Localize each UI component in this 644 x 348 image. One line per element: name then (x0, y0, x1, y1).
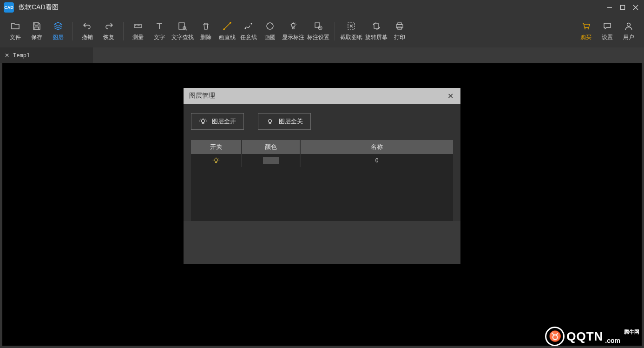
svg-point-28 (215, 159, 217, 161)
text-button[interactable]: 文字 (149, 17, 170, 45)
cart-icon (581, 21, 591, 31)
polyline-button[interactable]: 任意线 (238, 17, 259, 45)
toolbar-divider (123, 22, 124, 40)
bulb-on-icon (199, 117, 207, 126)
svg-line-8 (224, 23, 230, 29)
document-tab[interactable]: ✕ Temp1 (0, 47, 93, 63)
layers-button[interactable]: 图层 (47, 17, 69, 45)
annotation-settings-icon (314, 21, 323, 31)
svg-rect-4 (134, 25, 142, 27)
file-button[interactable]: 文件 (5, 17, 26, 45)
print-icon (395, 21, 404, 31)
all-off-label: 图层全关 (279, 117, 303, 126)
svg-line-7 (185, 29, 187, 30)
search-text-icon (178, 21, 187, 31)
svg-point-24 (588, 28, 589, 29)
dialog-titlebar[interactable]: 图层管理 ✕ (184, 88, 460, 104)
col-color-header: 颜色 (242, 140, 301, 154)
folder-icon (11, 21, 20, 31)
circle-icon (265, 21, 275, 31)
circle-button[interactable]: 画圆 (259, 17, 281, 45)
layers-label: 图层 (53, 33, 64, 41)
undo-button[interactable]: 撤销 (77, 17, 98, 45)
layers-icon (53, 21, 63, 31)
svg-point-17 (320, 27, 321, 28)
svg-point-13 (267, 23, 273, 29)
redo-button[interactable]: 恢复 (98, 17, 119, 45)
print-label: 打印 (394, 33, 405, 41)
dialog-close-button[interactable]: ✕ (446, 92, 455, 100)
svg-point-14 (291, 23, 295, 27)
undo-label: 撤销 (82, 33, 93, 41)
maximize-button[interactable] (618, 3, 627, 12)
text-icon (155, 21, 164, 31)
bulb-off-icon (266, 117, 274, 126)
buy-button[interactable]: 购买 (575, 17, 597, 45)
all-layers-off-button[interactable]: 图层全关 (258, 113, 311, 130)
watermark: ♉ QQTN .com 腾牛网 (545, 327, 639, 346)
rotate-label: 旋转屏幕 (365, 33, 388, 41)
rotate-icon (372, 21, 381, 31)
capture-button[interactable]: 截取图纸 (339, 17, 364, 45)
svg-point-9 (223, 28, 225, 30)
polyline-label: 任意线 (240, 33, 257, 41)
svg-point-10 (230, 22, 231, 24)
layer-visibility-toggle[interactable] (191, 154, 242, 167)
buy-label: 购买 (580, 33, 591, 41)
tab-label: Temp1 (13, 52, 30, 59)
svg-point-27 (268, 120, 271, 123)
text-find-button[interactable]: 文字查找 (170, 17, 195, 45)
layer-name-cell[interactable]: 0 (301, 154, 453, 167)
all-on-label: 图层全开 (212, 117, 236, 126)
watermark-cn: 腾牛网 (624, 328, 639, 335)
user-label: 用户 (623, 33, 634, 41)
svg-point-26 (201, 120, 204, 123)
save-icon (32, 21, 41, 31)
layer-management-dialog: 图层管理 ✕ 图层全开 图层全关 开关 颜色 名称 0 (184, 88, 460, 264)
svg-point-11 (245, 27, 246, 29)
color-swatch (263, 157, 279, 164)
undo-icon (83, 21, 92, 31)
all-layers-on-button[interactable]: 图层全开 (191, 113, 244, 130)
settings-button[interactable]: 设置 (597, 17, 618, 45)
col-switch-header: 开关 (191, 140, 242, 154)
svg-point-12 (251, 23, 252, 24)
svg-point-23 (585, 28, 586, 29)
layer-row[interactable]: 0 (191, 154, 453, 167)
annotation-settings-label: 标注设置 (307, 33, 329, 41)
annotation-settings-button[interactable]: 标注设置 (306, 17, 331, 45)
redo-label: 恢复 (103, 33, 114, 41)
svg-rect-19 (374, 24, 379, 28)
delete-button[interactable]: 删除 (195, 17, 217, 45)
settings-label: 设置 (602, 33, 613, 41)
rotate-button[interactable]: 旋转屏幕 (364, 17, 389, 45)
show-annotations-button[interactable]: 显示标注 (281, 17, 306, 45)
dialog-title-text: 图层管理 (189, 92, 215, 100)
watermark-domain: .com (605, 337, 620, 344)
app-title: 傲软CAD看图 (19, 3, 59, 12)
close-window-button[interactable] (631, 3, 640, 12)
delete-label: 删除 (200, 33, 211, 41)
layer-color-cell[interactable] (242, 154, 301, 167)
line-button[interactable]: 画直线 (217, 17, 238, 45)
layer-table-body: 0 (191, 154, 453, 221)
save-button[interactable]: 保存 (26, 17, 47, 45)
app-icon: CAD (4, 2, 14, 13)
layer-table-header: 开关 颜色 名称 (191, 140, 453, 154)
window-controls (605, 3, 640, 12)
svg-point-25 (627, 23, 631, 26)
bulb-icon (289, 21, 298, 31)
line-icon (223, 21, 232, 31)
minimize-button[interactable] (605, 3, 614, 12)
tab-close-icon[interactable]: ✕ (5, 52, 9, 59)
redo-icon (104, 21, 113, 31)
svg-rect-20 (396, 25, 403, 28)
measure-button[interactable]: 测量 (127, 17, 149, 45)
user-button[interactable]: 用户 (618, 17, 639, 45)
capture-icon (347, 21, 356, 31)
watermark-text: QQTN (566, 329, 603, 344)
trash-icon (201, 21, 210, 31)
polyline-icon (244, 21, 253, 31)
print-button[interactable]: 打印 (389, 17, 410, 45)
capture-label: 截取图纸 (340, 33, 362, 41)
